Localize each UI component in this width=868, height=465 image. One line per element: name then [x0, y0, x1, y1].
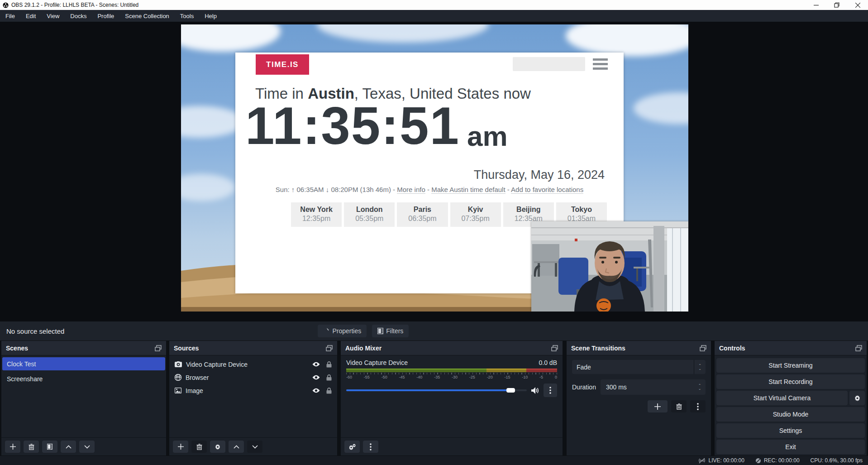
- add-favorite-link[interactable]: Add to favorite locations: [511, 186, 583, 194]
- virtual-camera-settings-button[interactable]: [849, 391, 865, 405]
- settings-button[interactable]: Settings: [716, 423, 865, 438]
- eye-visible-icon[interactable]: [312, 375, 320, 380]
- kebab-icon: [370, 443, 372, 451]
- menu-view[interactable]: View: [41, 10, 65, 22]
- lock-icon[interactable]: [326, 374, 332, 381]
- exit-button[interactable]: Exit: [716, 440, 865, 454]
- sources-panel: Sources Video Capture Device: [169, 340, 338, 456]
- start-streaming-button[interactable]: Start Streaming: [716, 358, 865, 373]
- transition-select[interactable]: Fade ⌃⌄: [572, 360, 706, 374]
- live-status: LIVE: 00:00:00: [698, 457, 744, 464]
- mixer-channel-menu-button[interactable]: [544, 384, 557, 397]
- select-spinner-icons[interactable]: ⌃⌄: [694, 360, 706, 374]
- preview-area: TIME.IS Time in Austin, Texas, United St…: [0, 22, 868, 321]
- add-transition-button[interactable]: [648, 400, 668, 412]
- eye-visible-icon[interactable]: [312, 388, 320, 393]
- scenes-panel-header: Scenes: [1, 341, 166, 355]
- volume-slider-handle[interactable]: [506, 388, 515, 393]
- gear-icon: [854, 395, 861, 402]
- mixer-toolbar: [341, 437, 563, 455]
- popout-icon[interactable]: [326, 345, 333, 351]
- rec-status: REC: 00:00:00: [755, 457, 800, 464]
- scene-move-down-button[interactable]: [79, 441, 95, 453]
- mixer-channel: Video Capture Device 0.0 dB -60-55-50 -4…: [341, 355, 563, 397]
- filters-button[interactable]: Filters: [372, 325, 409, 337]
- source-move-up-button[interactable]: [229, 441, 244, 453]
- source-item-video-capture[interactable]: Video Capture Device: [169, 358, 337, 371]
- dock-area: Scenes Clock Test Screenshare: [0, 340, 868, 456]
- menu-tools[interactable]: Tools: [175, 10, 199, 22]
- trash-icon: [29, 444, 34, 450]
- image-icon: [175, 388, 181, 393]
- start-recording-button[interactable]: Start Recording: [716, 374, 865, 389]
- menu-docks[interactable]: Docks: [65, 10, 92, 22]
- webcam-video-source[interactable]: [531, 221, 688, 312]
- cloud: [566, 24, 688, 56]
- sources-panel-header: Sources: [169, 341, 337, 355]
- restore-button[interactable]: [826, 0, 847, 10]
- clock-time: 11:35:51: [245, 100, 460, 152]
- city-newyork[interactable]: New York12:35pm: [291, 202, 342, 227]
- city-kyiv[interactable]: Kyiv07:35pm: [450, 202, 501, 227]
- advanced-audio-button[interactable]: [344, 441, 360, 453]
- eye-visible-icon[interactable]: [312, 362, 320, 367]
- source-properties-button[interactable]: [210, 441, 225, 453]
- menu-edit[interactable]: Edit: [20, 10, 41, 22]
- lock-icon[interactable]: [326, 388, 332, 394]
- transition-menu-button[interactable]: [690, 400, 706, 412]
- city-london[interactable]: London05:35pm: [344, 202, 395, 227]
- popout-icon[interactable]: [855, 345, 862, 351]
- remove-transition-button[interactable]: [671, 400, 687, 412]
- add-scene-button[interactable]: [5, 441, 20, 453]
- source-move-down-button[interactable]: [247, 441, 262, 453]
- properties-button[interactable]: Properties: [318, 325, 367, 337]
- menu-help[interactable]: Help: [199, 10, 222, 22]
- popout-icon[interactable]: [155, 345, 162, 351]
- scene-transitions-panel: Scene Transitions Fade ⌃⌄ Duration 300 m…: [566, 340, 711, 456]
- source-item-image[interactable]: Image: [169, 384, 337, 397]
- gears-icon: [348, 444, 356, 450]
- sources-toolbar: [169, 437, 337, 455]
- clock-display: 11:35:51 am: [245, 100, 562, 152]
- add-source-button[interactable]: [173, 441, 188, 453]
- start-virtual-camera-button[interactable]: Start Virtual Camera: [716, 391, 848, 405]
- plus-icon: [10, 444, 16, 450]
- kebab-icon: [697, 403, 699, 410]
- audio-level-meter: [346, 369, 557, 372]
- scene-filters-button[interactable]: [42, 441, 57, 453]
- city-paris[interactable]: Paris06:35pm: [397, 202, 448, 227]
- speaker-icon[interactable]: [531, 387, 539, 394]
- timeis-logo[interactable]: TIME.IS: [256, 54, 309, 75]
- menu-file[interactable]: File: [0, 10, 20, 22]
- make-default-link[interactable]: Make Austin time default: [431, 186, 505, 194]
- preview-canvas[interactable]: TIME.IS Time in Austin, Texas, United St…: [181, 24, 688, 312]
- scene-move-up-button[interactable]: [61, 441, 76, 453]
- scene-item-screenshare[interactable]: Screenshare: [2, 372, 165, 385]
- remove-scene-button[interactable]: [24, 441, 39, 453]
- controls-header: Controls: [715, 341, 867, 355]
- menu-bar: File Edit View Docks Profile Scene Colle…: [0, 10, 868, 22]
- chevron-down-icon: [84, 445, 90, 449]
- close-button[interactable]: [847, 0, 868, 10]
- minimize-button[interactable]: [806, 0, 826, 10]
- volume-slider[interactable]: [346, 389, 527, 391]
- spinbox-arrows[interactable]: ⌃⌄: [694, 379, 706, 395]
- mixer-menu-button[interactable]: [363, 441, 378, 453]
- duration-spinbox[interactable]: 300 ms ⌃⌄: [601, 379, 706, 395]
- globe-icon: [175, 374, 181, 381]
- source-item-browser[interactable]: Browser: [169, 371, 337, 384]
- search-input[interactable]: [513, 57, 585, 71]
- menu-scene-collection[interactable]: Scene Collection: [119, 10, 175, 22]
- popout-icon[interactable]: [551, 345, 558, 351]
- hamburger-menu-icon[interactable]: [593, 58, 608, 70]
- cloud: [634, 92, 688, 124]
- studio-mode-button[interactable]: Studio Mode: [716, 407, 865, 422]
- close-icon: [855, 3, 860, 8]
- remove-source-button[interactable]: [191, 441, 207, 453]
- lock-icon[interactable]: [326, 361, 332, 368]
- popout-icon[interactable]: [700, 345, 706, 351]
- camera-icon: [175, 361, 182, 367]
- menu-profile[interactable]: Profile: [92, 10, 119, 22]
- more-info-link[interactable]: More info: [397, 186, 425, 194]
- scene-item-clock-test[interactable]: Clock Test: [2, 357, 165, 370]
